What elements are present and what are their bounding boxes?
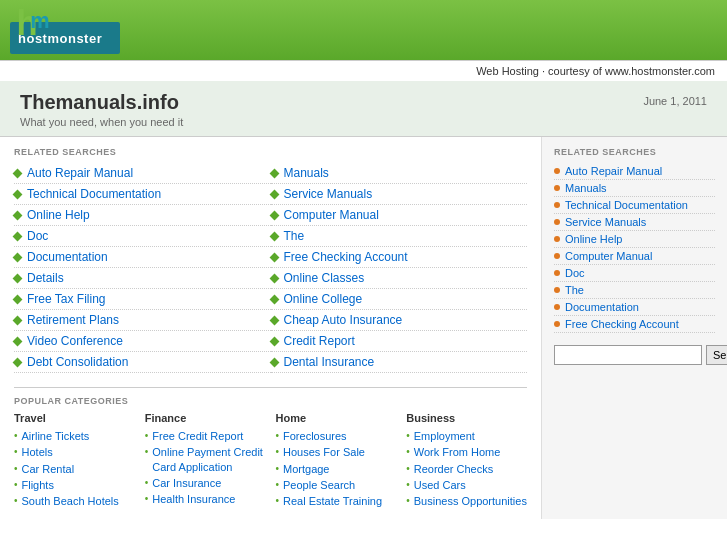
cat-link[interactable]: Reorder Checks (414, 462, 493, 476)
diamond-icon (269, 168, 279, 178)
sidebar-link-anchor[interactable]: Doc (565, 267, 585, 279)
cat-list-item: Employment (406, 428, 527, 444)
cat-list-item: Car Rental (14, 461, 135, 477)
diamond-icon (269, 336, 279, 346)
hosting-text: Web Hosting · courtesy of www.hostmonste… (476, 65, 715, 77)
sidebar-related-label: RELATED SEARCHES (554, 147, 715, 157)
cat-col-travel: TravelAirline TicketsHotelsCar RentalFli… (14, 412, 135, 509)
cat-link[interactable]: Real Estate Training (283, 494, 382, 508)
diamond-icon (13, 252, 23, 262)
site-tagline: What you need, when you need it (20, 116, 183, 128)
right-link-item: Online Classes (271, 268, 528, 289)
cat-link[interactable]: Mortgage (283, 462, 329, 476)
cat-link[interactable]: Online Payment Credit Card Application (152, 445, 265, 474)
content-area: RELATED SEARCHES Auto Repair ManualTechn… (0, 137, 542, 519)
sidebar-link-anchor[interactable]: Free Checking Account (565, 318, 679, 330)
link-anchor[interactable]: The (284, 229, 305, 243)
link-anchor[interactable]: Doc (27, 229, 48, 243)
left-link-item: Details (14, 268, 271, 289)
diamond-icon (269, 252, 279, 262)
link-anchor[interactable]: Documentation (27, 250, 108, 264)
cat-link[interactable]: Used Cars (414, 478, 466, 492)
site-header: Themanuals.info What you need, when you … (0, 81, 727, 137)
right-link-item: Dental Insurance (271, 352, 528, 373)
cat-link[interactable]: Houses For Sale (283, 445, 365, 459)
sidebar-link-item: Auto Repair Manual (554, 163, 715, 180)
cat-link[interactable]: Car Rental (22, 462, 75, 476)
link-anchor[interactable]: Online College (284, 292, 363, 306)
diamond-icon (13, 273, 23, 283)
link-anchor[interactable]: Manuals (284, 166, 329, 180)
left-link-item: Debt Consolidation (14, 352, 271, 373)
main-content: RELATED SEARCHES Auto Repair ManualTechn… (0, 137, 727, 519)
link-anchor[interactable]: Debt Consolidation (27, 355, 128, 369)
link-anchor[interactable]: Video Conference (27, 334, 123, 348)
cat-link[interactable]: Hotels (22, 445, 53, 459)
right-link-item: The (271, 226, 528, 247)
cat-link[interactable]: Foreclosures (283, 429, 347, 443)
logo-icon: h m (14, 8, 50, 48)
cat-link[interactable]: South Beach Hotels (22, 494, 119, 508)
sidebar-links: Auto Repair ManualManualsTechnical Docum… (554, 163, 715, 333)
cat-link[interactable]: Flights (22, 478, 54, 492)
orange-dot-icon (554, 202, 560, 208)
diamond-icon (269, 189, 279, 199)
link-anchor[interactable]: Free Checking Account (284, 250, 408, 264)
orange-dot-icon (554, 185, 560, 191)
site-date: June 1, 2011 (643, 95, 707, 107)
link-anchor[interactable]: Online Help (27, 208, 90, 222)
cat-list-item: Free Credit Report (145, 428, 266, 444)
sidebar-search-button[interactable]: Search (706, 345, 727, 365)
link-anchor[interactable]: Technical Documentation (27, 187, 161, 201)
cat-heading-home: Home (276, 412, 397, 424)
related-searches-label: RELATED SEARCHES (14, 147, 527, 157)
left-link-item: Retirement Plans (14, 310, 271, 331)
link-anchor[interactable]: Credit Report (284, 334, 355, 348)
left-link-item: Online Help (14, 205, 271, 226)
sidebar-link-anchor[interactable]: The (565, 284, 584, 296)
link-anchor[interactable]: Retirement Plans (27, 313, 119, 327)
diamond-icon (13, 189, 23, 199)
orange-dot-icon (554, 219, 560, 225)
link-anchor[interactable]: Dental Insurance (284, 355, 375, 369)
cat-link[interactable]: Free Credit Report (152, 429, 243, 443)
cat-link[interactable]: Health Insurance (152, 492, 235, 506)
diamond-icon (13, 231, 23, 241)
cat-list-item: Flights (14, 477, 135, 493)
link-anchor[interactable]: Cheap Auto Insurance (284, 313, 403, 327)
sidebar-link-anchor[interactable]: Auto Repair Manual (565, 165, 662, 177)
diamond-icon (269, 315, 279, 325)
cat-link[interactable]: Work From Home (414, 445, 501, 459)
left-link-item: Technical Documentation (14, 184, 271, 205)
sidebar-link-item: Technical Documentation (554, 197, 715, 214)
sidebar-link-item: Doc (554, 265, 715, 282)
link-anchor[interactable]: Details (27, 271, 64, 285)
sidebar-link-anchor[interactable]: Manuals (565, 182, 607, 194)
sidebar-link-item: Service Manuals (554, 214, 715, 231)
cat-heading-finance: Finance (145, 412, 266, 424)
sidebar-link-anchor[interactable]: Service Manuals (565, 216, 646, 228)
link-anchor[interactable]: Free Tax Filing (27, 292, 105, 306)
right-link-item: Credit Report (271, 331, 528, 352)
link-anchor[interactable]: Online Classes (284, 271, 365, 285)
link-anchor[interactable]: Service Manuals (284, 187, 373, 201)
sidebar-link-item: Manuals (554, 180, 715, 197)
link-anchor[interactable]: Computer Manual (284, 208, 379, 222)
sidebar-link-anchor[interactable]: Technical Documentation (565, 199, 688, 211)
popular-categories: POPULAR CATEGORIES TravelAirline Tickets… (14, 387, 527, 509)
cat-link[interactable]: Business Opportunities (414, 494, 527, 508)
cat-link[interactable]: Airline Tickets (22, 429, 90, 443)
cat-link[interactable]: People Search (283, 478, 355, 492)
cat-link[interactable]: Car Insurance (152, 476, 221, 490)
link-anchor[interactable]: Auto Repair Manual (27, 166, 133, 180)
cat-link[interactable]: Employment (414, 429, 475, 443)
sidebar-link-anchor[interactable]: Documentation (565, 301, 639, 313)
right-link-item: Computer Manual (271, 205, 528, 226)
sidebar-search-input[interactable] (554, 345, 702, 365)
sidebar: RELATED SEARCHES Auto Repair ManualManua… (542, 137, 727, 519)
orange-dot-icon (554, 287, 560, 293)
site-title-block: Themanuals.info What you need, when you … (20, 91, 183, 128)
left-link-item: Free Tax Filing (14, 289, 271, 310)
sidebar-link-anchor[interactable]: Computer Manual (565, 250, 652, 262)
sidebar-link-anchor[interactable]: Online Help (565, 233, 622, 245)
